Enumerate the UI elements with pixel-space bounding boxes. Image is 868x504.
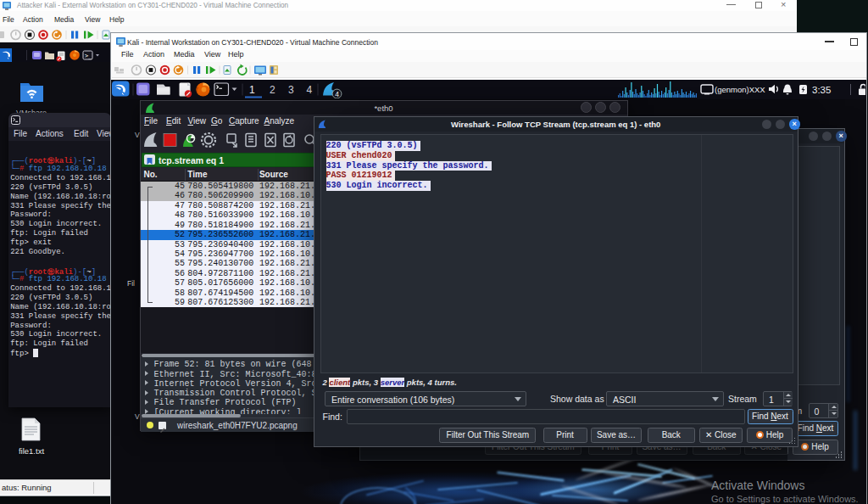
svg-text:(genmon)XXX: (genmon)XXX [715,85,765,94]
svg-text:>_: >_ [85,53,92,59]
svg-text:3:35: 3:35 [812,85,831,95]
